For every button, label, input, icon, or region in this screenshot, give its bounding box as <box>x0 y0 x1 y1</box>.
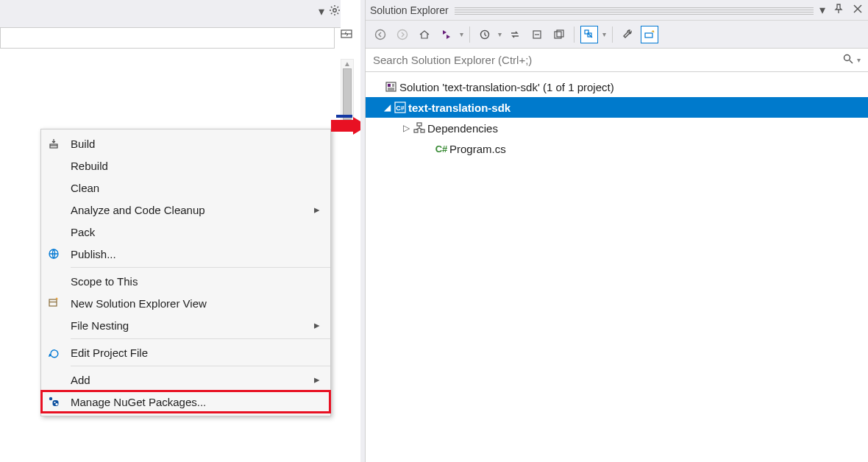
menu-add[interactable]: Add ▸ <box>41 369 330 391</box>
svg-point-0 <box>333 9 336 12</box>
new-view-icon <box>41 297 66 309</box>
menu-manage-nuget-label: Manage NuGet Packages... <box>66 396 310 408</box>
dropdown-icon[interactable]: ▾ <box>319 4 324 19</box>
menu-publish[interactable]: Publish... <box>41 243 330 265</box>
solution-explorer-panel: Solution Explorer ▾ ▾ ▾ ▾ <box>365 0 868 462</box>
solution-explorer-toolbar: ▾ ▾ ▾ <box>366 21 868 49</box>
menu-clean[interactable]: Clean <box>41 177 330 199</box>
submenu-arrow-icon: ▸ <box>310 319 324 332</box>
menu-new-view-label: New Solution Explorer View <box>66 297 310 310</box>
scroll-up-arrow[interactable]: ▲ <box>341 60 353 68</box>
solution-explorer-search[interactable]: ▾ <box>366 49 868 72</box>
show-all-files-button[interactable] <box>550 26 568 43</box>
svg-point-11 <box>54 402 55 403</box>
window-menu-icon[interactable]: ▾ <box>819 3 825 18</box>
solution-explorer-titlebar[interactable]: Solution Explorer ▾ <box>366 0 868 21</box>
split-window-icon[interactable] <box>341 28 352 43</box>
pin-icon[interactable] <box>833 3 844 18</box>
forward-button[interactable] <box>394 26 411 43</box>
menu-scope-label: Scope to This <box>66 275 310 288</box>
svg-text:C#: C# <box>396 104 405 112</box>
close-icon[interactable] <box>852 3 864 18</box>
project-context-menu: Build Rebuild Clean Analyze and Code Cle… <box>40 129 331 416</box>
preview-button[interactable] <box>641 26 658 43</box>
menu-new-view[interactable]: New Solution Explorer View <box>41 292 330 314</box>
tree-project-node[interactable]: ◢ C# text-translation-sdk <box>366 97 868 118</box>
menu-pack-label: Pack <box>66 226 310 238</box>
svg-line-28 <box>850 60 853 63</box>
svg-point-27 <box>844 55 850 61</box>
menu-rebuild[interactable]: Rebuild <box>41 154 330 177</box>
menu-build[interactable]: Build <box>41 132 330 154</box>
menu-separator <box>71 366 330 366</box>
toolbar-separator <box>612 26 613 43</box>
svg-point-8 <box>57 299 58 300</box>
menu-pack[interactable]: Pack <box>41 221 330 243</box>
solution-explorer-title: Solution Explorer <box>370 4 449 16</box>
menu-separator <box>71 267 330 268</box>
svg-rect-30 <box>388 84 391 87</box>
expander-expand-icon[interactable]: ▷ <box>401 123 411 133</box>
search-icon[interactable] <box>842 53 854 67</box>
collapse-all-button[interactable] <box>528 26 546 43</box>
dropdown-icon[interactable]: ▾ <box>857 56 861 64</box>
tab-well[interactable] <box>0 28 335 49</box>
scroll-thumb[interactable] <box>343 68 352 120</box>
nuget-icon <box>41 396 66 408</box>
menu-publish-label: Publish... <box>66 248 310 260</box>
tree-dependencies-node[interactable]: ▷ Dependencies <box>366 118 868 138</box>
gear-icon[interactable] <box>329 4 341 19</box>
editor-topbar: ▾ <box>0 0 341 28</box>
project-label: text-translation-sdk <box>408 102 511 114</box>
menu-analyze-label: Analyze and Code Cleanup <box>66 204 310 216</box>
csharp-file-icon: C# <box>433 143 449 154</box>
edit-project-icon <box>41 346 66 358</box>
dependencies-label: Dependencies <box>427 122 498 135</box>
svg-rect-10 <box>53 400 59 406</box>
properties-button[interactable] <box>619 26 636 43</box>
menu-edit-project-label: Edit Project File <box>66 346 310 359</box>
svg-point-12 <box>55 403 57 405</box>
menu-scope[interactable]: Scope to This <box>41 270 330 292</box>
dependencies-icon <box>411 121 427 135</box>
expander-collapse-icon[interactable]: ◢ <box>382 102 392 113</box>
solution-tree: Solution 'text-translation-sdk' (1 of 1 … <box>366 72 868 163</box>
home-button[interactable] <box>416 26 433 43</box>
solution-icon <box>383 80 399 93</box>
svg-rect-38 <box>414 129 418 132</box>
menu-manage-nuget[interactable]: Manage NuGet Packages... <box>41 391 330 413</box>
menu-clean-label: Clean <box>66 182 310 194</box>
tree-solution-node[interactable]: Solution 'text-translation-sdk' (1 of 1 … <box>366 77 868 97</box>
titlebar-grip <box>455 6 814 15</box>
pending-changes-filter-button[interactable] <box>476 26 494 43</box>
menu-add-label: Add <box>66 374 310 386</box>
submenu-arrow-icon: ▸ <box>310 373 324 386</box>
back-button[interactable] <box>371 26 389 43</box>
sync-button[interactable] <box>506 26 524 43</box>
menu-separator <box>71 338 330 339</box>
tree-file-node[interactable]: C# Program.cs <box>366 138 868 159</box>
svg-point-9 <box>49 397 52 400</box>
svg-rect-39 <box>421 129 424 132</box>
file-label: Program.cs <box>449 143 506 155</box>
submenu-arrow-icon: ▸ <box>310 203 324 216</box>
svg-rect-6 <box>49 299 57 306</box>
dropdown-icon[interactable]: ▾ <box>498 30 502 38</box>
preview-selected-button[interactable] <box>580 26 598 43</box>
dropdown-icon[interactable]: ▾ <box>460 30 463 38</box>
solution-label: Solution 'text-translation-sdk' (1 of 1 … <box>399 81 614 93</box>
svg-rect-37 <box>417 123 421 126</box>
search-input[interactable] <box>373 54 842 66</box>
menu-file-nesting-label: File Nesting <box>66 319 310 332</box>
toolbar-separator <box>469 26 470 43</box>
switch-views-button[interactable] <box>438 26 455 43</box>
svg-point-16 <box>376 29 385 39</box>
menu-edit-project[interactable]: Edit Project File <box>41 341 330 363</box>
svg-rect-21 <box>555 32 561 38</box>
dropdown-icon[interactable]: ▾ <box>602 30 606 38</box>
build-icon <box>41 138 66 149</box>
svg-rect-26 <box>645 33 652 38</box>
menu-analyze[interactable]: Analyze and Code Cleanup ▸ <box>41 199 330 221</box>
csharp-project-icon: C# <box>392 101 408 114</box>
menu-file-nesting[interactable]: File Nesting ▸ <box>41 314 330 336</box>
